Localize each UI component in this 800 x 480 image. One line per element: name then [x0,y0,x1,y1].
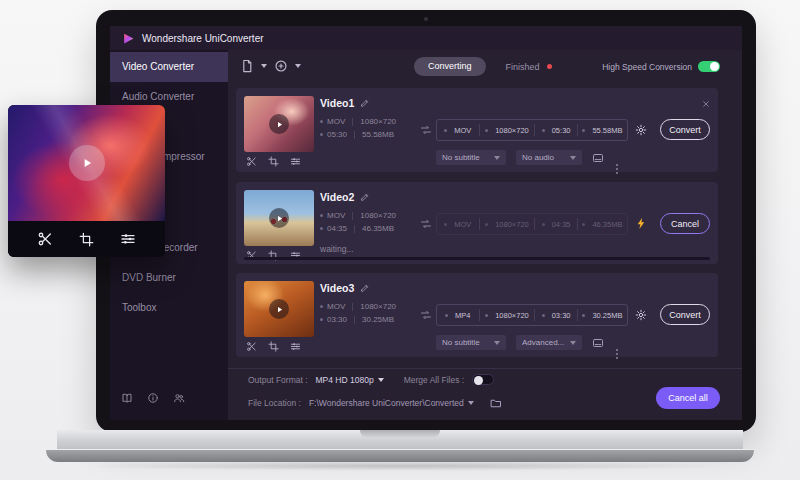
crop-icon[interactable] [79,232,94,247]
laptop-lid-notch [360,430,440,438]
video3-title-row: Video3 [320,282,370,294]
video3-source-info: MOV1080×720 03:3030.25MB [320,300,396,326]
video1-title-row: Video1 [320,97,370,109]
trim-icon[interactable] [246,341,257,352]
settings-gear-icon[interactable] [635,124,647,136]
chevron-down-icon [570,156,576,160]
play-icon[interactable] [269,114,289,134]
video-title: Video1 [320,97,354,109]
output-format-dropdown[interactable]: MP4 HD 1080p [316,375,384,385]
status-tabs: Converting Finished [414,57,552,76]
play-icon [80,156,94,170]
sidebar-footer [121,392,185,404]
video-title: Video3 [320,282,354,294]
chevron-down-icon [261,64,267,68]
cancel-all-button[interactable]: Cancel all [656,387,720,409]
video-title: Video2 [320,191,354,203]
toggle-knob [710,62,719,71]
app-titlebar: Wondershare UniConverter [110,26,742,50]
convert-direction-icon [420,309,432,321]
video1-thumbnail[interactable] [244,96,314,152]
convert-button[interactable]: Convert [660,119,710,140]
high-speed-bolt-icon [635,217,648,230]
community-icon[interactable] [173,392,185,404]
more-options-icon[interactable] [616,152,618,164]
chevron-down-icon [570,341,576,345]
subtitle-dropdown[interactable]: No subtitle [436,150,506,165]
video2-thumbnail[interactable] [244,190,314,246]
tab-converting[interactable]: Converting [414,57,486,76]
rename-icon[interactable] [360,192,370,202]
output-format-label: Output Format : [248,375,308,385]
effects-icon[interactable] [120,231,136,247]
subtitle-editor-icon[interactable] [592,337,604,349]
crop-icon[interactable] [268,341,279,352]
video3-options-row: No subtitle Advanced... [436,335,618,350]
export-file-button[interactable] [240,59,267,73]
audio-dropdown[interactable]: Advanced... [516,335,582,350]
effects-icon[interactable] [290,156,301,167]
subtitle-editor-icon[interactable] [592,152,604,164]
chevron-down-icon [494,156,500,160]
video-card-3: Video3 MOV1080×720 03:3030.25MB MP4 1080… [236,273,718,357]
convert-button[interactable]: Convert [660,304,710,325]
video3-thumbnail[interactable] [244,281,314,337]
main-panel: Converting Finished High Speed Conversio… [228,50,742,420]
more-options-icon[interactable] [616,337,618,349]
high-speed-toggle[interactable] [698,61,720,72]
add-files-button[interactable] [274,59,301,73]
subtitle-dropdown[interactable]: No subtitle [436,335,506,350]
sidebar-item-video-converter[interactable]: Video Converter [110,52,228,82]
video3-output-settings[interactable]: MP4 1080×720 03:30 30.25MB [436,304,628,326]
chevron-down-icon [378,378,384,382]
cancel-button[interactable]: Cancel [660,213,710,234]
player-preview[interactable] [8,105,165,221]
info-icon[interactable] [147,392,159,404]
file-location-row: File Location : F:\Wondershare UniConver… [248,397,502,409]
video2-title-row: Video2 [320,191,370,203]
high-speed-conversion: High Speed Conversion [602,61,720,72]
trim-icon[interactable] [246,156,257,167]
add-files-icon [274,59,288,73]
footer-divider [228,368,742,369]
video-card-1: Video1 MOV1080×720 05:3055.58MB MOV 1080… [236,88,718,172]
open-folder-icon[interactable] [490,397,502,409]
laptop-shadow [70,461,730,471]
output-format-row: Output Format : MP4 HD 1080p Merge All F… [248,374,494,385]
remove-video-button[interactable] [700,94,712,113]
convert-direction-icon [420,218,432,230]
player-toolbar [8,221,165,257]
video2-output-settings: MOV 1080×720 04:35 46.35MB [436,213,628,235]
chevron-down-icon [295,64,301,68]
video1-edit-tools [246,156,301,167]
rename-icon[interactable] [360,283,370,293]
finished-badge-dot [547,64,552,69]
settings-gear-icon[interactable] [635,309,647,321]
sidebar-item-toolbox[interactable]: Toolbox [110,293,228,323]
sidebar-item-dvd-burner[interactable]: DVD Burner [110,263,228,293]
merge-all-files-toggle[interactable] [472,374,494,385]
guide-book-icon[interactable] [121,392,133,404]
app-title: Wondershare UniConverter [142,33,264,44]
play-icon[interactable] [269,299,289,319]
floating-video-player[interactable] [8,105,165,257]
wondershare-logo-icon [122,32,135,45]
uniconverter-window: Wondershare UniConverter Video Converter… [110,26,742,420]
rename-icon[interactable] [360,98,370,108]
video1-options-row: No subtitle No audio [436,150,618,165]
conversion-progress-bar [244,257,710,260]
file-location-dropdown[interactable]: F:\Wondershare UniConverter\Converted [309,398,474,408]
video1-output-settings[interactable]: MOV 1080×720 05:30 55.58MB [436,119,628,141]
trim-icon[interactable] [37,231,53,247]
crop-icon[interactable] [268,156,279,167]
merge-all-files-label: Merge All Files : [404,375,464,385]
play-button[interactable] [69,145,105,181]
tab-finished[interactable]: Finished [506,62,552,72]
video-card-2: Video2 MOV1080×720 04:3546.35MB MOV 1080… [236,182,718,264]
play-icon[interactable] [269,208,289,228]
audio-dropdown[interactable]: No audio [516,150,582,165]
video3-edit-tools [246,341,301,352]
toggle-knob [474,376,483,385]
conversion-status-text: waiting... [320,244,354,254]
effects-icon[interactable] [290,341,301,352]
